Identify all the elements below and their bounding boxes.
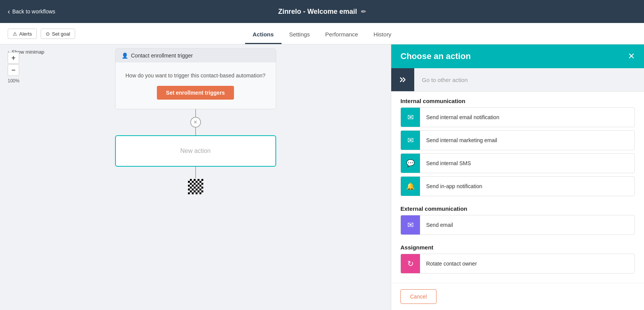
notification-icon: 🔔: [406, 182, 415, 190]
goto-icon: [398, 75, 407, 84]
rotate-icon: ↻: [407, 259, 414, 268]
goal-icon: ⊙: [46, 31, 50, 36]
zoom-level: 100%: [8, 78, 20, 84]
tab-actions[interactable]: Actions: [245, 31, 282, 44]
tab-settings[interactable]: Settings: [282, 31, 318, 44]
action-send-internal-sms[interactable]: 💬 Send internal SMS: [400, 153, 635, 173]
connector-top: ×: [190, 109, 201, 135]
right-panel: Choose an action ✕ Go to other action In…: [391, 44, 644, 310]
user-icon: 👤: [122, 52, 128, 59]
action-send-internal-email[interactable]: ✉ Send internal email notification: [400, 107, 635, 127]
trigger-node-header: 👤 Contact enrollment trigger: [115, 49, 276, 62]
rotate-contact-label: Rotate contact owner: [420, 261, 483, 267]
trigger-node-body: How do you want to trigger this contact-…: [115, 62, 276, 109]
alerts-icon: ⚠: [13, 31, 17, 36]
rotate-contact-owner-icon-box: ↻: [401, 254, 420, 273]
main-area: › Show minimap + − 100% 👤 Contact enroll…: [0, 44, 644, 310]
alerts-label: Alerts: [19, 31, 32, 36]
close-panel-button[interactable]: ✕: [628, 52, 635, 61]
set-goal-label: Set goal: [52, 31, 70, 36]
set-goal-button[interactable]: ⊙ Set goal: [41, 28, 75, 39]
zoom-controls: + − 100%: [8, 52, 20, 84]
trigger-node[interactable]: 👤 Contact enrollment trigger How do you …: [115, 48, 276, 109]
panel-header: Choose an action ✕: [391, 44, 644, 68]
alerts-button[interactable]: ⚠ Alerts: [8, 28, 37, 39]
edit-title-icon[interactable]: ✏: [361, 8, 366, 15]
tab-list: Actions Settings Performance History: [245, 23, 399, 44]
workflow-container: 👤 Contact enrollment trigger How do you …: [115, 48, 276, 194]
connector-line-top: [195, 109, 196, 117]
send-in-app-icon-box: 🔔: [401, 177, 420, 196]
send-internal-email-icon-box: ✉: [401, 108, 420, 127]
workflow-title: Zinrelo - Welcome email: [278, 8, 357, 16]
section-header-internal: Internal communication: [391, 92, 644, 107]
end-checkerboard: [188, 179, 203, 194]
section-header-external: External communication: [391, 199, 644, 215]
email-icon: ✉: [407, 113, 414, 122]
connector-line-bottom: [195, 128, 196, 135]
sms-icon: 💬: [406, 159, 415, 167]
title-center: Zinrelo - Welcome email ✏: [278, 8, 366, 16]
send-email-icon-box: ✉: [401, 215, 420, 235]
send-internal-sms-label: Send internal SMS: [420, 160, 477, 166]
goto-label: Go to other action: [414, 77, 475, 83]
tab-history[interactable]: History: [366, 31, 399, 44]
action-send-in-app-notification[interactable]: 🔔 Send in-app notification: [400, 176, 635, 196]
close-panel-icon: ✕: [628, 51, 635, 61]
send-email-label: Send email: [420, 222, 459, 228]
top-bar: ‹ Back to workflows Zinrelo - Welcome em…: [0, 0, 644, 23]
close-connector-icon: ×: [194, 119, 197, 126]
action-rotate-contact-owner[interactable]: ↻ Rotate contact owner: [400, 254, 635, 274]
sub-nav-left: ⚠ Alerts ⊙ Set goal: [8, 28, 75, 39]
sub-nav: ⚠ Alerts ⊙ Set goal Actions Settings Per…: [0, 23, 644, 44]
send-email-icon: ✉: [407, 220, 414, 230]
bottom-line: [195, 167, 196, 178]
send-in-app-label: Send in-app notification: [420, 183, 488, 189]
new-action-label: New action: [180, 148, 211, 154]
trigger-header-label: Contact enrollment trigger: [131, 52, 193, 59]
zoom-out-button[interactable]: −: [8, 64, 19, 76]
trigger-body-text: How do you want to trigger this contact-…: [122, 72, 270, 80]
action-send-email[interactable]: ✉ Send email: [400, 215, 635, 235]
panel-content: Internal communication ✉ Send internal e…: [391, 92, 644, 283]
back-label: Back to workflows: [12, 8, 55, 15]
set-enrollment-triggers-button[interactable]: Set enrollment triggers: [157, 86, 234, 100]
send-internal-sms-icon-box: 💬: [401, 154, 420, 173]
bottom-connector: [188, 167, 203, 194]
send-internal-email-label: Send internal email notification: [420, 114, 506, 120]
section-header-assignment: Assignment: [391, 238, 644, 254]
action-send-internal-marketing-email[interactable]: ✉ Send internal marketing email: [400, 130, 635, 150]
goto-icon-box: [391, 68, 414, 91]
goto-action-row[interactable]: Go to other action: [391, 68, 644, 92]
email-marketing-icon: ✉: [407, 136, 414, 145]
delete-connector-button[interactable]: ×: [190, 117, 201, 128]
zoom-in-button[interactable]: +: [8, 52, 19, 64]
new-action-node[interactable]: New action: [115, 135, 276, 167]
panel-title: Choose an action: [400, 51, 471, 61]
panel-footer: Cancel: [391, 283, 644, 310]
back-to-workflows-link[interactable]: ‹ Back to workflows: [8, 8, 55, 16]
send-internal-marketing-email-icon-box: ✉: [401, 131, 420, 150]
back-arrow-icon: ‹: [8, 8, 10, 16]
cancel-button[interactable]: Cancel: [400, 289, 436, 304]
send-internal-marketing-email-label: Send internal marketing email: [420, 137, 503, 143]
workflow-canvas: › Show minimap + − 100% 👤 Contact enroll…: [0, 44, 391, 310]
tab-performance[interactable]: Performance: [318, 31, 366, 44]
